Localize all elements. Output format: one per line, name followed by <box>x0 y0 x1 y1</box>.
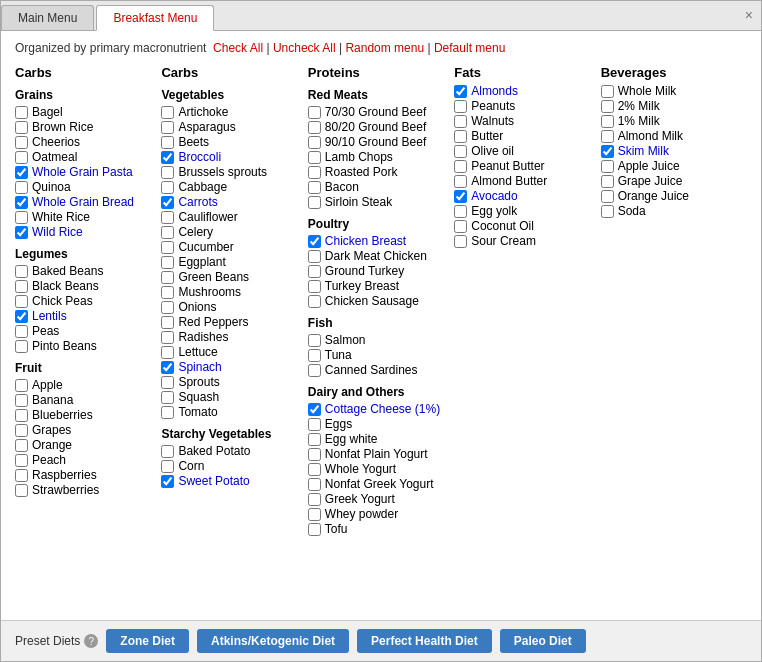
tab-breakfast-menu[interactable]: Breakfast Menu <box>96 5 214 31</box>
zone-diet-button[interactable]: Zone Diet <box>106 629 189 653</box>
checkbox-radishes[interactable] <box>161 331 174 344</box>
checkbox-dark-meat-chicken[interactable] <box>308 250 321 263</box>
atkins-diet-button[interactable]: Atkins/Ketogenic Diet <box>197 629 349 653</box>
checkbox-canned-sardines[interactable] <box>308 364 321 377</box>
checkbox-chick-peas[interactable] <box>15 295 28 308</box>
checkbox-walnuts[interactable] <box>454 115 467 128</box>
checkbox-tomato[interactable] <box>161 406 174 419</box>
checkbox-grapes[interactable] <box>15 424 28 437</box>
checkbox-soda[interactable] <box>601 205 614 218</box>
perfect-health-diet-button[interactable]: Perfect Health Diet <box>357 629 492 653</box>
checkbox-nonfat-greek-yogurt[interactable] <box>308 478 321 491</box>
checkbox-strawberries[interactable] <box>15 484 28 497</box>
checkbox-beets[interactable] <box>161 136 174 149</box>
checkbox-celery[interactable] <box>161 226 174 239</box>
checkbox-peach[interactable] <box>15 454 28 467</box>
checkbox-brussels-sprouts[interactable] <box>161 166 174 179</box>
checkbox-egg-white[interactable] <box>308 433 321 446</box>
checkbox-blueberries[interactable] <box>15 409 28 422</box>
checkbox-whole-grain-bread[interactable] <box>15 196 28 209</box>
checkbox-tuna[interactable] <box>308 349 321 362</box>
checkbox-peanut-butter[interactable] <box>454 160 467 173</box>
checkbox-eggplant[interactable] <box>161 256 174 269</box>
checkbox-salmon[interactable] <box>308 334 321 347</box>
checkbox-spinach[interactable] <box>161 361 174 374</box>
checkbox-banana[interactable] <box>15 394 28 407</box>
checkbox-roasted-pork[interactable] <box>308 166 321 179</box>
checkbox-cucumber[interactable] <box>161 241 174 254</box>
checkbox-almond-butter[interactable] <box>454 175 467 188</box>
uncheck-all-link[interactable]: Uncheck All <box>273 41 336 55</box>
checkbox-pinto-beans[interactable] <box>15 340 28 353</box>
checkbox-whole-yogurt[interactable] <box>308 463 321 476</box>
random-menu-link[interactable]: Random menu <box>345 41 424 55</box>
checkbox-corn[interactable] <box>161 460 174 473</box>
checkbox-oatmeal[interactable] <box>15 151 28 164</box>
checkbox-orange-juice[interactable] <box>601 190 614 203</box>
checkbox-grape-juice[interactable] <box>601 175 614 188</box>
checkbox-whey-powder[interactable] <box>308 508 321 521</box>
checkbox-brown-rice[interactable] <box>15 121 28 134</box>
checkbox-egg-yolk[interactable] <box>454 205 467 218</box>
checkbox-eggs[interactable] <box>308 418 321 431</box>
checkbox-apple[interactable] <box>15 379 28 392</box>
check-all-link[interactable]: Check All <box>213 41 263 55</box>
checkbox-chicken-sausage[interactable] <box>308 295 321 308</box>
checkbox-black-beans[interactable] <box>15 280 28 293</box>
checkbox-apple-juice[interactable] <box>601 160 614 173</box>
checkbox-sour-cream[interactable] <box>454 235 467 248</box>
checkbox-almonds[interactable] <box>454 85 467 98</box>
checkbox-70/30-ground-beef[interactable] <box>308 106 321 119</box>
checkbox-bagel[interactable] <box>15 106 28 119</box>
checkbox-nonfat-plain-yogurt[interactable] <box>308 448 321 461</box>
default-menu-link[interactable]: Default menu <box>434 41 505 55</box>
checkbox-broccoli[interactable] <box>161 151 174 164</box>
checkbox-artichoke[interactable] <box>161 106 174 119</box>
checkbox-lettuce[interactable] <box>161 346 174 359</box>
checkbox-baked-beans[interactable] <box>15 265 28 278</box>
checkbox-80/20-ground-beef[interactable] <box>308 121 321 134</box>
checkbox-peas[interactable] <box>15 325 28 338</box>
checkbox-onions[interactable] <box>161 301 174 314</box>
checkbox-skim-milk[interactable] <box>601 145 614 158</box>
checkbox-raspberries[interactable] <box>15 469 28 482</box>
checkbox-asparagus[interactable] <box>161 121 174 134</box>
checkbox-white-rice[interactable] <box>15 211 28 224</box>
checkbox-2%-milk[interactable] <box>601 100 614 113</box>
checkbox-carrots[interactable] <box>161 196 174 209</box>
checkbox-ground-turkey[interactable] <box>308 265 321 278</box>
checkbox-almond-milk[interactable] <box>601 130 614 143</box>
checkbox-peanuts[interactable] <box>454 100 467 113</box>
checkbox-tofu[interactable] <box>308 523 321 536</box>
checkbox-cottage-cheese-(1%)[interactable] <box>308 403 321 416</box>
checkbox-baked-potato[interactable] <box>161 445 174 458</box>
checkbox-sweet-potato[interactable] <box>161 475 174 488</box>
checkbox-1%-milk[interactable] <box>601 115 614 128</box>
checkbox-chicken-breast[interactable] <box>308 235 321 248</box>
checkbox-lamb-chops[interactable] <box>308 151 321 164</box>
checkbox-greek-yogurt[interactable] <box>308 493 321 506</box>
checkbox-sirloin-steak[interactable] <box>308 196 321 209</box>
checkbox-cheerios[interactable] <box>15 136 28 149</box>
checkbox-lentils[interactable] <box>15 310 28 323</box>
paleo-diet-button[interactable]: Paleo Diet <box>500 629 586 653</box>
tab-main-menu[interactable]: Main Menu <box>1 5 94 30</box>
help-icon[interactable]: ? <box>84 634 98 648</box>
checkbox-coconut-oil[interactable] <box>454 220 467 233</box>
checkbox-whole-grain-pasta[interactable] <box>15 166 28 179</box>
checkbox-quinoa[interactable] <box>15 181 28 194</box>
checkbox-cabbage[interactable] <box>161 181 174 194</box>
close-button[interactable]: × <box>745 7 753 23</box>
checkbox-sprouts[interactable] <box>161 376 174 389</box>
checkbox-olive-oil[interactable] <box>454 145 467 158</box>
checkbox-mushrooms[interactable] <box>161 286 174 299</box>
checkbox-wild-rice[interactable] <box>15 226 28 239</box>
checkbox-whole-milk[interactable] <box>601 85 614 98</box>
checkbox-orange[interactable] <box>15 439 28 452</box>
checkbox-90/10-ground-beef[interactable] <box>308 136 321 149</box>
checkbox-red-peppers[interactable] <box>161 316 174 329</box>
checkbox-butter[interactable] <box>454 130 467 143</box>
checkbox-squash[interactable] <box>161 391 174 404</box>
checkbox-green-beans[interactable] <box>161 271 174 284</box>
checkbox-turkey-breast[interactable] <box>308 280 321 293</box>
